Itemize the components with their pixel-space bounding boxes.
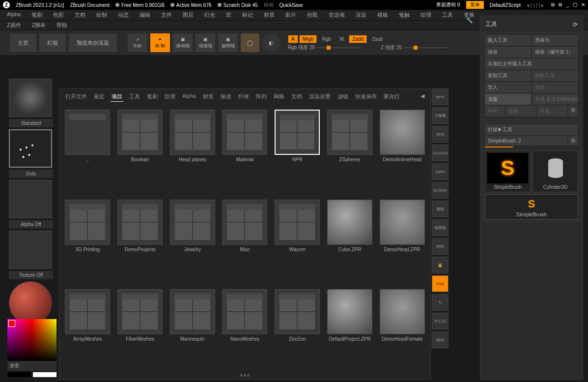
lightbox-tab[interactable]: 滤镜: [336, 92, 349, 102]
menu-item[interactable]: 编辑: [138, 11, 152, 19]
canvas-tool-button[interactable]: 子像素: [432, 107, 448, 124]
canvas-tool-button[interactable]: 透视: [432, 201, 448, 217]
move-mode-button[interactable]: ▣移动端: [173, 33, 193, 52]
lightbox-item[interactable]: ArrayMeshes: [64, 289, 111, 373]
lightbox-tab[interactable]: 快速保存: [354, 92, 378, 102]
lightbox-tab[interactable]: 文档: [290, 92, 303, 102]
lightbox-item[interactable]: NanoMeshes: [222, 289, 268, 373]
color-picker[interactable]: 渐变: [7, 319, 56, 377]
canvas-tool-button[interactable]: 中心点: [432, 313, 448, 329]
m-mode[interactable]: M: [336, 35, 348, 43]
brush-preview[interactable]: [9, 79, 52, 117]
default-zscript[interactable]: DefaultZScript: [490, 2, 521, 8]
load-from-project-button[interactable]: 从项目文件载入工具: [485, 59, 578, 69]
zadd-mode[interactable]: Zadd: [349, 35, 367, 43]
lightbox-item[interactable]: Wacom: [274, 200, 321, 284]
gradient-label[interactable]: 渐变: [7, 361, 56, 371]
lightbox-tab[interactable]: 网格: [273, 92, 285, 102]
lightbox-tab[interactable]: 纹理: [164, 92, 176, 102]
wrench-icon[interactable]: 🔧: [464, 17, 475, 24]
refresh-icon[interactable]: ⟳: [573, 21, 578, 28]
rotate-mode-button[interactable]: ▣旋转端: [218, 33, 238, 52]
collapse-handle-icon[interactable]: ▴▴▴: [240, 370, 250, 378]
goz-all-button[interactable]: 全部: [505, 106, 536, 117]
stroke-preview[interactable]: [9, 129, 52, 168]
paste-tool-button[interactable]: 粘贴工具: [532, 70, 578, 81]
lightbox-tab[interactable]: 聚光灯: [383, 92, 401, 102]
canvas-tool-button[interactable]: 100%: [432, 163, 448, 180]
rgb-intensity-slider[interactable]: Rgb 强度 25: [288, 44, 361, 51]
texture-preview[interactable]: [9, 231, 52, 269]
lightbox-tab[interactable]: 笔刷: [146, 92, 159, 102]
menu-item[interactable]: 笔触: [397, 11, 412, 19]
canvas-tool-button[interactable]: 滚动: [432, 126, 448, 143]
menu-item[interactable]: 动态: [116, 11, 131, 19]
menu-item[interactable]: 绘制: [94, 11, 109, 19]
menu-item[interactable]: 首选项: [327, 11, 347, 19]
secondary-color[interactable]: [7, 372, 31, 377]
import-button[interactable]: 导入: [485, 82, 531, 93]
gizmo-button[interactable]: ◯: [241, 33, 259, 52]
layout-icon[interactable]: ⧉: [551, 2, 555, 8]
clone-button[interactable]: 克隆: [485, 94, 531, 105]
lightbox-tab[interactable]: 打开文件: [64, 92, 88, 102]
menu-item[interactable]: 影片: [283, 11, 298, 19]
menu-item[interactable]: 文件: [159, 11, 174, 19]
edit-mode-button[interactable]: ↗Edit: [128, 33, 147, 52]
menu-item[interactable]: Z插件: [5, 22, 23, 29]
menu-button[interactable]: 菜单: [466, 1, 484, 9]
subtool-simplebrush[interactable]: S SimpleBrush: [485, 194, 578, 220]
layout2-icon[interactable]: ⧉: [559, 2, 562, 8]
z-intensity-slider[interactable]: Z 强度 25: [381, 44, 448, 51]
close-icon[interactable]: ✕: [581, 2, 585, 8]
tool-thumb-cylinder[interactable]: Cylinder3D: [532, 150, 578, 192]
menu-item[interactable]: 材质: [262, 11, 277, 19]
menu-item[interactable]: 拾取: [305, 11, 320, 19]
lightbox-item[interactable]: DefaultProject.ZPR: [327, 289, 373, 373]
lightbox-item[interactable]: DemoProjects: [117, 200, 164, 284]
menu-item[interactable]: 渲染: [354, 11, 368, 19]
lightbox-item[interactable]: Misc: [222, 200, 268, 284]
rgb-mode[interactable]: Rgb: [318, 35, 335, 43]
current-tool-label[interactable]: SimpleBrush. 2: [485, 136, 567, 146]
switch-color[interactable]: [33, 372, 56, 377]
canvas-tool-button[interactable]: 🔒: [432, 257, 448, 273]
lightbox-item[interactable]: Head planes: [169, 110, 216, 194]
a-mode[interactable]: A: [288, 35, 298, 43]
lightbox-item[interactable]: DemoAnimeHead: [379, 110, 425, 194]
goz-button[interactable]: GoZ: [485, 106, 504, 117]
copy-tool-button[interactable]: 复制工具: [485, 70, 531, 81]
zsub-mode[interactable]: Zsub: [368, 35, 387, 43]
canvas-tool-button[interactable]: 地网格: [432, 219, 448, 236]
lightbox-tab[interactable]: Alpha: [181, 92, 197, 102]
scale-mode-button[interactable]: ▣缩放端: [196, 33, 215, 52]
draw-mode-button[interactable]: ✦绘 制: [150, 33, 170, 52]
lightbox-item[interactable]: ZeeZoo: [274, 289, 321, 373]
lightbox-tab[interactable]: 材质: [202, 92, 215, 102]
menu-item[interactable]: 灯光: [202, 11, 217, 19]
minimize-icon[interactable]: _: [566, 2, 569, 8]
save-as-button[interactable]: 另存为: [532, 35, 578, 46]
menu-item[interactable]: 宏: [224, 11, 233, 19]
canvas-tool-button[interactable]: ↻: [432, 294, 448, 311]
tabs-scroll-left-icon[interactable]: ◀: [420, 92, 425, 102]
history-slider-icon[interactable]: ◂||||▸: [527, 2, 545, 8]
goz-visible-button[interactable]: 可见: [537, 106, 567, 117]
lightbox-item[interactable]: Mannequin: [169, 289, 216, 373]
export-button[interactable]: 导出: [532, 82, 578, 93]
canvas-tool-button[interactable]: XYZ: [432, 275, 448, 292]
lightbox-tab[interactable]: 阵列: [255, 92, 268, 102]
menu-item[interactable]: Z脚本: [30, 22, 48, 29]
goz-r-button[interactable]: R: [568, 106, 578, 117]
lightbox-tab[interactable]: 项目: [111, 92, 123, 102]
maximize-icon[interactable]: ▢: [573, 2, 577, 8]
lightbox-tab[interactable]: 最近: [93, 92, 106, 102]
lightbox-tab[interactable]: 噪波: [220, 92, 232, 102]
lightbox-item[interactable]: NPR: [274, 110, 321, 194]
canvas-tool-button[interactable]: AC50%: [432, 182, 448, 199]
lightbox-item[interactable]: 3D Printing: [64, 200, 111, 284]
lightbox-item[interactable]: Boolean: [117, 110, 164, 194]
ui-opacity[interactable]: 界面透明 0: [436, 1, 460, 8]
canvas-tool-button[interactable]: 对称: [432, 238, 448, 255]
menu-item[interactable]: 图层: [181, 11, 196, 19]
